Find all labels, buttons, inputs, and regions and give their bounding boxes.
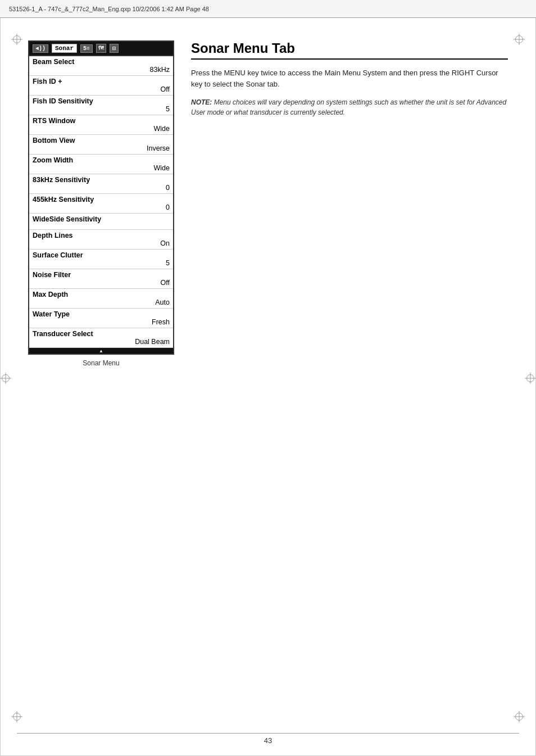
menu-label-depth-lines: Depth Lines	[33, 232, 170, 239]
device-panel: ◄)) Sonar 5≡ 🗺 ⊡ Beam Select 83kHz Fish …	[28, 40, 174, 367]
menu-value-bottom-view: Inverse	[33, 144, 170, 152]
audio-icon: ◄))	[33, 44, 48, 53]
menu-label-max-depth: Max Depth	[33, 291, 170, 298]
menu-label-fish-id-sensitivity: Fish ID Sensitivity	[33, 97, 170, 105]
menu-item-depth-lines[interactable]: Depth Lines On	[29, 230, 173, 250]
menu-label-beam-select: Beam Select	[33, 58, 170, 66]
menu-value-transducer-select: Dual Beam	[33, 338, 170, 346]
menu-item-surface-clutter[interactable]: Surface Clutter 5	[29, 250, 173, 269]
two-column-layout: ◄)) Sonar 5≡ 🗺 ⊡ Beam Select 83kHz Fish …	[28, 40, 508, 367]
menu-label-455khz-sensitivity: 455kHz Sensitivity	[33, 196, 170, 203]
text-panel: Sonar Menu Tab Press the MENU key twice …	[191, 40, 508, 117]
menu-label-zoom-width: Zoom Width	[33, 156, 170, 164]
menu-label-wideside-sensitivity: WideSide Sensitivity	[33, 215, 170, 223]
bottom-rule	[17, 733, 519, 734]
note-keyword: NOTE:	[191, 98, 212, 106]
page-number: 43	[264, 736, 272, 745]
menu-label-rts-window: RTS Window	[33, 117, 170, 125]
menu-value-455khz-sensitivity: 0	[33, 203, 170, 211]
page-header: 531526-1_A - 747c_&_777c2_Man_Eng.qxp 10…	[0, 0, 536, 18]
menu-label-83khz-sensitivity: 83kHz Sensitivity	[33, 176, 170, 184]
menu-value-83khz-sensitivity: 0	[33, 184, 170, 192]
tab-icon-2: 5≡	[80, 44, 93, 53]
menu-value-rts-window: Wide	[33, 125, 170, 133]
menu-item-transducer-select[interactable]: Transducer Select Dual Beam	[29, 328, 173, 348]
menu-label-fish-id-plus: Fish ID +	[33, 78, 170, 85]
menu-item-bottom-view[interactable]: Bottom View Inverse	[29, 135, 173, 155]
menu-item-rts-window[interactable]: RTS Window Wide	[29, 115, 173, 135]
reg-mark-bottom-left	[11, 711, 22, 722]
map-icon: 🗺	[96, 44, 106, 53]
menu-value-max-depth: Auto	[33, 298, 170, 306]
menu-item-zoom-width[interactable]: Zoom Width Wide	[29, 155, 173, 174]
menu-item-noise-filter[interactable]: Noise Filter Off	[29, 269, 173, 289]
screen-header: ◄)) Sonar 5≡ 🗺 ⊡	[29, 42, 173, 56]
menu-label-noise-filter: Noise Filter	[33, 271, 170, 279]
header-text: 531526-1_A - 747c_&_777c2_Man_Eng.qxp 10…	[9, 6, 209, 12]
menu-item-83khz-sensitivity[interactable]: 83kHz Sensitivity 0	[29, 174, 173, 194]
menu-value-fish-id-sensitivity: 5	[33, 105, 170, 113]
menu-value-beam-select: 83kHz	[33, 66, 170, 74]
menu-label-water-type: Water Type	[33, 310, 170, 318]
reg-mark-bottom-right	[514, 711, 525, 722]
section-body: Press the MENU key twice to access the M…	[191, 67, 508, 89]
menu-value-noise-filter: Off	[33, 279, 170, 287]
menu-value-surface-clutter: 5	[33, 259, 170, 267]
device-screen: ◄)) Sonar 5≡ 🗺 ⊡ Beam Select 83kHz Fish …	[28, 40, 174, 355]
menu-label-bottom-view: Bottom View	[33, 137, 170, 144]
menu-value-depth-lines: On	[33, 239, 170, 247]
menu-value-fish-id-plus: Off	[33, 85, 170, 93]
menu-value-zoom-width: Wide	[33, 164, 170, 172]
menu-item-beam-select[interactable]: Beam Select 83kHz	[29, 56, 173, 76]
menu-item-fish-id-sensitivity[interactable]: Fish ID Sensitivity 5	[29, 96, 173, 115]
menu-item-water-type[interactable]: Water Type Fresh	[29, 309, 173, 328]
menu-label-surface-clutter: Surface Clutter	[33, 251, 170, 259]
menu-item-fish-id-plus[interactable]: Fish ID + Off	[29, 76, 173, 96]
menu-value-water-type: Fresh	[33, 318, 170, 326]
tab-icon-4: ⊡	[110, 44, 119, 53]
sonar-tab-label: Sonar	[55, 45, 74, 52]
menu-item-wideside-sensitivity[interactable]: WideSide Sensitivity	[29, 214, 173, 230]
note-block: NOTE: Menu choices will vary depending o…	[191, 97, 508, 117]
content-area: ◄)) Sonar 5≡ 🗺 ⊡ Beam Select 83kHz Fish …	[0, 18, 536, 401]
menu-item-max-depth[interactable]: Max Depth Auto	[29, 289, 173, 309]
menu-label-transducer-select: Transducer Select	[33, 330, 170, 338]
scroll-up-button[interactable]	[29, 348, 173, 354]
device-caption: Sonar Menu	[28, 359, 174, 367]
section-title: Sonar Menu Tab	[191, 40, 508, 60]
sonar-tab[interactable]: Sonar	[52, 44, 77, 53]
menu-item-455khz-sensitivity[interactable]: 455kHz Sensitivity 0	[29, 194, 173, 214]
note-body: Menu choices will vary depending on syst…	[191, 98, 506, 116]
